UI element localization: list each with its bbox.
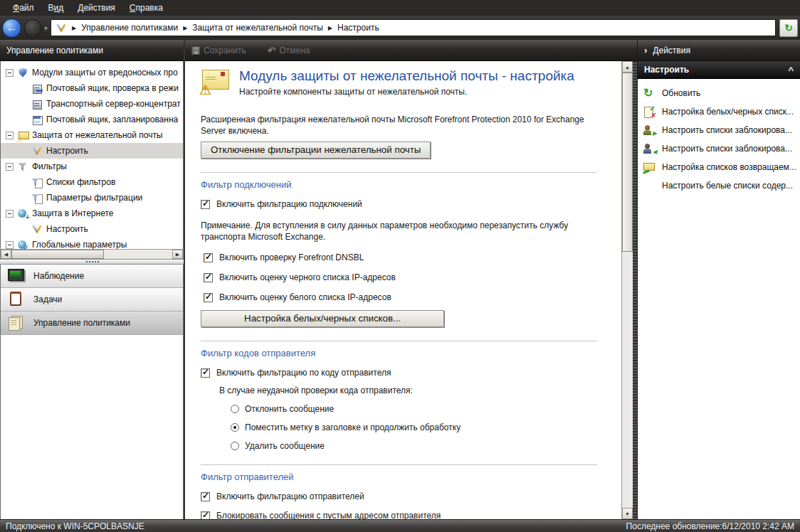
enable-dnsbl-checkbox[interactable] <box>204 253 213 262</box>
collapse-expander-icon[interactable] <box>6 69 14 77</box>
tree-item-mailbox-realtime[interactable]: Почтовый ящик, проверка в режи <box>1 80 183 96</box>
collapse-chevron-up-icon[interactable]: ^ <box>788 65 794 75</box>
splitter-handle[interactable] <box>0 260 184 265</box>
tree-item-label[interactable]: Настроить <box>46 146 88 156</box>
tree-item-mailbox-scheduled[interactable]: Почтовый ящик, запланированна <box>1 112 183 127</box>
tree-item-configure-internet[interactable]: Настроить <box>1 221 183 237</box>
delete-message-radio[interactable] <box>231 442 239 450</box>
tree-item-filters[interactable]: Фильтры <box>1 159 183 174</box>
enable-sender-id-filtering-checkbox[interactable] <box>201 368 210 378</box>
checkbox-label[interactable]: Включить проверку Forefront DNSBL <box>219 252 364 262</box>
left-panel-filler <box>0 335 184 519</box>
action-configure-bounced-lists[interactable]: Настройка списков возвращаем... <box>638 158 800 176</box>
action-label[interactable]: Настроить списки заблокирова... <box>662 144 792 154</box>
menu-item-actions[interactable]: Действия <box>70 1 122 14</box>
action-label[interactable]: Настройка белых/черных списк... <box>662 107 794 117</box>
tree-item-antispam[interactable]: Защита от нежелательной почты <box>1 127 183 143</box>
enable-ip-allowlist-checkbox[interactable] <box>204 293 213 302</box>
enable-ip-blocklist-checkbox[interactable] <box>204 273 213 282</box>
scroll-right-icon[interactable]: ▶ <box>172 250 183 259</box>
page-header: Модуль защиты от нежелательной почты - н… <box>201 68 597 97</box>
content-vertical-scrollbar[interactable]: ▲ ▼ <box>621 61 633 519</box>
nav-tasks-button[interactable]: Задачи <box>1 288 183 312</box>
tree-item-configure-antispam[interactable]: Настроить <box>1 143 183 159</box>
cancel-button[interactable]: ↶Отмена <box>268 45 310 56</box>
action-label[interactable]: Настроить списки заблокирова... <box>662 125 792 135</box>
undo-icon: ↶ <box>268 45 276 56</box>
disable-spam-filtering-button[interactable]: Отключение фильтрации нежелательной почт… <box>201 142 431 159</box>
tree-item-label[interactable]: Настроить <box>46 224 88 234</box>
scrollbar-thumb[interactable] <box>11 250 104 259</box>
tree-item-internet-protection[interactable]: Защита в Интернете <box>1 206 183 221</box>
checkbox-label[interactable]: Включить фильтрацию по коду отправителя <box>216 368 391 378</box>
breadcrumb-item-antispam[interactable]: Защита от нежелательной почты <box>192 23 323 33</box>
back-button[interactable] <box>2 18 21 38</box>
checkbox-label[interactable]: Включить фильтрацию отправителей <box>216 491 364 501</box>
block-blank-sender-checkbox[interactable] <box>201 511 210 520</box>
actions-panel-header[interactable]: › Действия <box>638 40 800 61</box>
tree-item-label[interactable]: Списки фильтров <box>46 177 115 187</box>
tree-horizontal-scrollbar[interactable]: ◀ ▶ <box>0 249 184 260</box>
refresh-button[interactable]: ↻ <box>779 19 798 37</box>
action-configure-blocked-recipients[interactable]: Настроить списки заблокирова... <box>638 139 800 158</box>
nav-button-label[interactable]: Задачи <box>33 294 62 304</box>
checkbox-label[interactable]: Включить оценку черного списка IP-адресо… <box>219 272 396 282</box>
scroll-left-icon[interactable]: ◀ <box>1 250 11 259</box>
checkbox-label[interactable]: Включить фильтрацию подключений <box>216 199 362 209</box>
menu-item-help[interactable]: Справка <box>122 1 170 14</box>
tree-item-transport-hub[interactable]: Транспортный сервер-концентрат <box>1 96 183 112</box>
scrollbar-track[interactable] <box>11 250 172 259</box>
nav-monitoring-button[interactable]: Наблюдение <box>1 265 183 288</box>
action-label[interactable]: Настройка списков возвращаем... <box>662 162 796 172</box>
collapse-expander-icon[interactable] <box>6 163 14 171</box>
stamp-header-radio[interactable] <box>231 423 239 432</box>
radio-label[interactable]: Поместить метку в заголовке и продолжить… <box>245 422 460 432</box>
tree-item-filter-lists[interactable]: Списки фильтров <box>1 174 183 190</box>
tree-item-label[interactable]: Защита в Интернете <box>32 208 113 218</box>
nav-button-label[interactable]: Наблюдение <box>33 271 84 281</box>
breadcrumb-item-policy-management[interactable]: Управление политиками <box>81 23 178 33</box>
tree-item-global-settings[interactable]: Глобальные параметры <box>1 237 183 249</box>
configure-group-header[interactable]: Настроить ^ <box>638 61 800 79</box>
save-button[interactable]: Сохранить <box>191 46 246 55</box>
nav-button-label[interactable]: Управление политиками <box>33 318 130 328</box>
radio-label[interactable]: Удалить сообщение <box>245 441 325 451</box>
scroll-down-icon[interactable]: ▼ <box>622 508 633 519</box>
action-label[interactable]: Настроить белые списки содер... <box>662 181 793 191</box>
nav-policy-management-button[interactable]: Управление политиками <box>1 312 183 335</box>
tree-item-label[interactable]: Модули защиты от вредоносных про <box>32 68 178 78</box>
action-refresh[interactable]: Обновить <box>638 84 800 102</box>
checkbox-label[interactable]: Блокировать сообщения с пустым адресом о… <box>216 511 441 519</box>
radio-label[interactable]: Отклонить сообщение <box>245 404 334 414</box>
tree-item-label[interactable]: Фильтры <box>32 161 67 171</box>
tree-item-label[interactable]: Почтовый ящик, проверка в режи <box>46 83 179 93</box>
action-configure-blocked-senders[interactable]: Настроить списки заблокирова... <box>638 121 800 139</box>
enable-connection-filtering-checkbox[interactable] <box>201 200 210 209</box>
tree-item-label[interactable]: Параметры фильтрации <box>46 193 142 203</box>
configure-allow-block-lists-button[interactable]: Настройка белых/черных списков... <box>201 310 444 327</box>
enable-sender-filtering-checkbox[interactable] <box>201 492 210 501</box>
scrollbar-thumb[interactable] <box>622 73 633 252</box>
panel-splitter[interactable] <box>633 61 637 519</box>
history-dropdown-icon[interactable]: ▾ <box>44 24 48 32</box>
collapse-expander-icon[interactable] <box>6 132 14 139</box>
collapse-expander-icon[interactable] <box>6 210 14 218</box>
scroll-up-icon[interactable]: ▲ <box>622 61 633 73</box>
policy-tree: Модули защиты от вредоносных про Почтовы… <box>0 61 184 249</box>
checkbox-label[interactable]: Включить оценку белого списка IP-адресов <box>219 292 391 302</box>
tree-item-label[interactable]: Защита от нежелательной почты <box>32 130 163 140</box>
tree-item-label[interactable]: Глобальные параметры <box>32 240 127 249</box>
action-configure-content-allowlists[interactable]: Настроить белые списки содер... <box>638 176 800 195</box>
action-label[interactable]: Обновить <box>662 88 700 98</box>
breadcrumb-item-configure[interactable]: Настроить <box>337 23 379 33</box>
collapse-expander-icon[interactable] <box>6 241 14 249</box>
menu-item-view[interactable]: Вид <box>41 1 71 14</box>
tree-item-malware-engines[interactable]: Модули защиты от вредоносных про <box>1 65 183 80</box>
tree-item-label[interactable]: Транспортный сервер-концентрат <box>46 99 181 109</box>
reject-message-radio[interactable] <box>231 405 239 413</box>
menu-item-file[interactable]: Файл <box>6 1 41 14</box>
action-configure-allow-block-lists[interactable]: Настройка белых/черных списк... <box>638 102 800 121</box>
tree-item-label[interactable]: Почтовый ящик, запланированна <box>46 115 178 124</box>
forward-button[interactable] <box>24 19 42 37</box>
tree-item-filter-options[interactable]: Параметры фильтрации <box>1 190 183 206</box>
